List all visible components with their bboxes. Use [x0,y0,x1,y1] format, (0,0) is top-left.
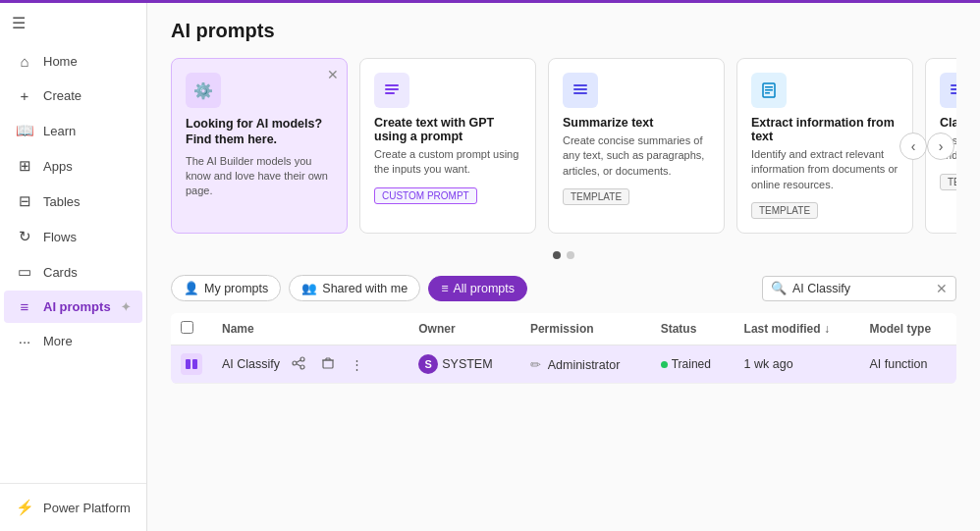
sidebar-item-label: Home [43,54,78,69]
svg-rect-8 [765,89,773,91]
ai-prompts-icon: ≡ [16,298,33,315]
sidebar-item-apps[interactable]: ⊞ Apps [4,149,142,183]
row-more-button[interactable]: ⋮ [347,355,367,374]
sidebar-item-label: AI prompts [43,299,111,314]
sidebar-item-label: Tables [43,194,81,209]
pagination-dot-1[interactable] [553,251,561,259]
th-last-modified[interactable]: Last modified ↓ [735,313,860,345]
promo-card-title: Looking for AI models? Find them here. [186,116,333,148]
shared-with-me-filter[interactable]: 👥 Shared with me [289,275,420,301]
apps-icon: ⊞ [16,157,33,175]
summarize-title: Summarize text [563,116,710,130]
extract-badge: TEMPLATE [751,202,818,219]
classify-badge: TEMPLATE [940,174,956,190]
template-card-extract[interactable]: Extract information from text Identify a… [736,58,913,234]
table-row[interactable]: AI Classify ⋮ [171,345,956,384]
more-icon: ··· [16,333,33,349]
shared-with-me-label: Shared with me [322,282,408,295]
svg-point-16 [293,361,297,365]
carousel-next-button[interactable]: › [927,133,954,160]
sidebar-item-cards[interactable]: ▭ Cards [4,255,142,289]
template-card-create-gpt[interactable]: Create text with GPT using a prompt Crea… [359,58,536,234]
sidebar-item-create[interactable]: + Create [4,80,142,112]
extract-desc: Identify and extract relevant informatio… [751,147,898,192]
search-clear-button[interactable]: ✕ [936,281,948,296]
ai-prompts-pin-icon: ✦ [121,300,131,314]
chevron-left-icon: ‹ [911,138,916,154]
shared-icon: 👥 [301,281,317,295]
chevron-right-icon: › [939,138,944,154]
row-delete-button[interactable] [317,354,339,375]
svg-point-15 [300,357,304,361]
cards-icon: ▭ [16,263,33,281]
svg-rect-4 [573,88,587,90]
row-name: AI Classify [222,357,280,371]
search-icon: 🔍 [771,281,787,295]
prompts-table: Name Owner Permission Status Last modifi… [171,313,956,384]
th-model-type: Model type [859,313,956,345]
page-title: AI prompts [171,20,956,42]
my-prompts-filter[interactable]: 👤 My prompts [171,275,281,301]
create-gpt-icon [374,73,409,108]
create-gpt-badge: CUSTOM PROMPT [374,187,477,204]
svg-rect-14 [192,359,197,369]
sidebar-item-ai-prompts[interactable]: ≡ AI prompts ✦ [4,291,142,323]
cards-carousel: › ‹ ✕ ⚙️ Looking for AI models? Find the… [171,58,956,234]
status-dot [661,361,668,368]
sidebar-item-power-platform[interactable]: ⚡ Power Platform [4,491,142,524]
sidebar-item-label: Learn [43,124,76,138]
sidebar-item-label: Cards [43,265,78,280]
pagination-dot-2[interactable] [567,251,574,259]
classify-title: Classify text [940,116,956,130]
sidebar-bottom: ⚡ Power Platform [0,483,146,531]
svg-rect-20 [323,360,333,368]
table-header-row: Name Owner Permission Status Last modifi… [171,313,956,345]
permission-label: Administrator [548,358,621,372]
model-type-label: AI function [869,357,927,371]
classify-icon [940,73,956,108]
row-checkbox-cell [171,345,212,384]
sidebar-item-more[interactable]: ··· More [4,325,142,357]
carousel-wrapper: ✕ ⚙️ Looking for AI models? Find them he… [171,58,956,234]
select-all-checkbox[interactable] [181,321,193,334]
sidebar: ☰ ⌂ Home + Create 📖 Learn ⊞ Apps ⊟ Table… [0,0,147,531]
row-last-modified-cell: 1 wk ago [735,345,860,384]
svg-line-19 [297,363,300,365]
sidebar-item-label: Create [43,88,82,103]
hamburger-button[interactable]: ☰ [0,6,146,40]
search-input[interactable] [792,282,930,295]
svg-point-17 [300,365,304,369]
create-gpt-title: Create text with GPT using a prompt [374,116,521,143]
sidebar-item-label: Apps [43,159,73,174]
promo-close-button[interactable]: ✕ [327,67,339,82]
row-owner-cell: S SYSTEM [408,345,520,384]
svg-rect-1 [385,88,399,90]
template-card-summarize[interactable]: Summarize text Create concise summaries … [548,58,725,234]
sidebar-item-learn[interactable]: 📖 Learn [4,114,142,147]
search-box: 🔍 ✕ [762,276,956,301]
sidebar-item-label: Power Platform [43,501,131,515]
sidebar-item-home[interactable]: ⌂ Home [4,45,142,78]
row-share-button[interactable] [288,354,309,375]
extract-icon [751,73,787,108]
promo-card-icon: ⚙️ [186,73,221,108]
svg-rect-11 [951,88,956,90]
flows-icon: ↻ [16,228,33,245]
sidebar-item-tables[interactable]: ⊟ Tables [4,185,142,218]
filter-bar: 👤 My prompts 👥 Shared with me ≡ All prom… [171,275,956,301]
carousel-prev-button[interactable]: ‹ [899,133,927,160]
row-icon [181,353,202,375]
permission-icon: ✏ [530,358,541,372]
promo-card-desc: The AI Builder models you know and love … [186,154,333,199]
svg-rect-0 [385,84,399,86]
create-icon: + [16,87,33,104]
all-prompts-filter[interactable]: ≡ All prompts [428,276,527,301]
row-actions: ⋮ [288,354,367,375]
svg-rect-12 [951,92,956,94]
power-platform-icon: ⚡ [16,499,33,516]
learn-icon: 📖 [16,122,33,139]
summarize-badge: TEMPLATE [563,188,629,205]
my-prompts-label: My prompts [204,282,268,295]
svg-rect-3 [573,84,587,86]
sidebar-item-flows[interactable]: ↻ Flows [4,220,142,253]
